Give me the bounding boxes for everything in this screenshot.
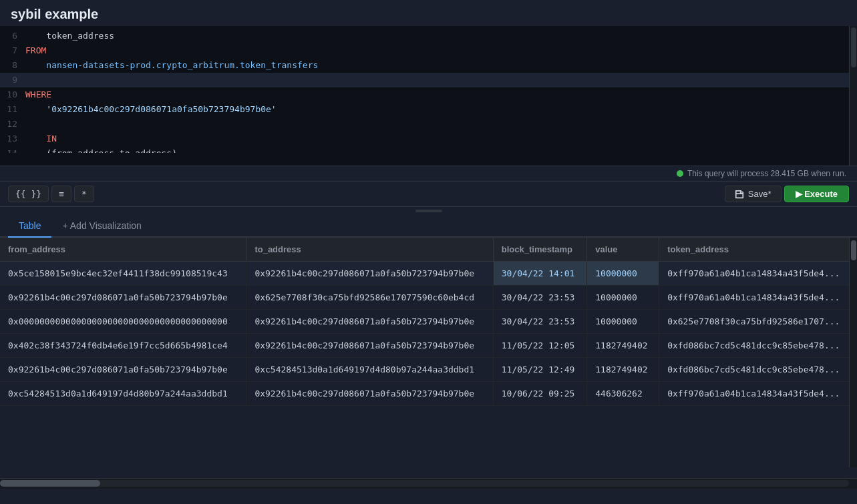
col-header-from_address: from_address (0, 238, 246, 262)
editor-scrollbar-thumb (851, 27, 856, 67)
table-row: 0x5ce158015e9bc4ec32ef4411f38dc99108519c… (0, 262, 857, 286)
cell-to_address: 0x625e7708f30ca75bfd92586e17077590c60eb4… (246, 286, 493, 310)
cell-to_address: 0x92261b4c00c297d086071a0fa50b723794b97b… (246, 334, 493, 358)
cell-block_timestamp: 30/04/22 23:53 (493, 310, 587, 334)
cell-value: 1182749402 (587, 358, 659, 382)
cell-value: 10000000 (587, 262, 659, 286)
col-header-token_address: token_address (659, 238, 857, 262)
execute-button[interactable]: ▶ Execute (784, 186, 849, 202)
header: sybil example (0, 0, 857, 26)
toolbar: {{ }} ≡ * Save* ▶ Execute (0, 182, 857, 207)
format-table-button[interactable]: ≡ (51, 186, 71, 202)
editor-scrollbar[interactable] (849, 26, 857, 166)
save-icon (735, 190, 744, 199)
code-line-6: 6 token_address (0, 29, 857, 43)
col-header-to_address: to_address (246, 238, 493, 262)
code-line-9: 9 (0, 73, 857, 87)
code-line-12: 12 (0, 117, 857, 132)
cell-value: 10000000 (587, 310, 659, 334)
bottom-scrollbar[interactable] (0, 478, 857, 489)
cell-token_address: 0xff970a61a04b1ca14834a43f5de4... (659, 286, 857, 310)
col-header-block_timestamp: block_timestamp (493, 238, 587, 262)
cell-token_address: 0xff970a61a04b1ca14834a43f5de4... (659, 262, 857, 286)
code-line-8: 8 nansen-datasets-prod.crypto_arbitrum.t… (0, 58, 857, 73)
tab-add-visualization[interactable]: + Add Visualization (51, 215, 152, 236)
code-line-11: 11 '0x92261b4c00c297d086071a0fa50b723794… (0, 102, 857, 117)
cell-token_address: 0xff970a61a04b1ca14834a43f5de4... (659, 382, 857, 406)
query-status-icon (677, 170, 683, 177)
cell-block_timestamp: 10/06/22 09:25 (493, 382, 587, 406)
drag-line (415, 210, 442, 212)
drag-handle[interactable] (0, 207, 857, 215)
cell-value: 446306262 (587, 382, 659, 406)
table-row: 0x402c38f343724f0db4e6e19f7cc5d665b4981c… (0, 334, 857, 358)
cell-from_address: 0x92261b4c00c297d086071a0fa50b723794b97b… (0, 358, 246, 382)
table-row: 0xc54284513d0a1d649197d4d80b97a244aa3ddb… (0, 382, 857, 406)
cell-from_address: 0x92261b4c00c297d086071a0fa50b723794b97b… (0, 286, 246, 310)
bottom-scroll-thumb (0, 480, 100, 487)
save-button-label: Save* (748, 189, 772, 199)
star-button[interactable]: * (74, 186, 94, 202)
results-table: from_address to_address block_timestamp … (0, 238, 857, 406)
cell-block_timestamp: 30/04/22 23:53 (493, 286, 587, 310)
table-header-row: from_address to_address block_timestamp … (0, 238, 857, 262)
add-viz-label: + Add Visualization (62, 220, 141, 231)
cell-to_address: 0xc54284513d0a1d649197d4d80b97a244aa3ddb… (246, 358, 493, 382)
table-container[interactable]: from_address to_address block_timestamp … (0, 238, 857, 478)
bottom-scroll-track (0, 480, 849, 487)
cell-block_timestamp: 30/04/22 14:01 (493, 262, 587, 286)
tab-table[interactable]: Table (8, 215, 51, 238)
code-line-13: 13 IN (0, 132, 857, 146)
table-row: 0x92261b4c00c297d086071a0fa50b723794b97b… (0, 358, 857, 382)
table-row: 0x92261b4c00c297d086071a0fa50b723794b97b… (0, 286, 857, 310)
cell-value: 1182749402 (587, 334, 659, 358)
format-json-button[interactable]: {{ }} (8, 186, 49, 202)
cell-to_address: 0x92261b4c00c297d086071a0fa50b723794b97b… (246, 262, 493, 286)
cell-token_address: 0xfd086bc7cd5c481dcc9c85ebe478... (659, 358, 857, 382)
cell-value: 10000000 (587, 286, 659, 310)
code-line-14: 14 (from_address,to_address) (0, 146, 857, 153)
cell-block_timestamp: 11/05/22 12:49 (493, 358, 587, 382)
cell-to_address: 0x92261b4c00c297d086071a0fa50b723794b97b… (246, 310, 493, 334)
col-header-value: value (587, 238, 659, 262)
cell-from_address: 0x5ce158015e9bc4ec32ef4411f38dc99108519c… (0, 262, 246, 286)
query-info-text: This query will process 28.415 GB when r… (687, 169, 846, 178)
cell-from_address: 0x402c38f343724f0db4e6e19f7cc5d665b4981c… (0, 334, 246, 358)
results-area: from_address to_address block_timestamp … (0, 238, 857, 478)
table-row: 0x00000000000000000000000000000000000000… (0, 310, 857, 334)
execute-button-label: ▶ Execute (796, 189, 838, 199)
cell-to_address: 0x92261b4c00c297d086071a0fa50b723794b97b… (246, 382, 493, 406)
query-info-bar: This query will process 28.415 GB when r… (0, 166, 857, 182)
code-line-10: 10 WHERE (0, 87, 857, 102)
cell-from_address: 0x00000000000000000000000000000000000000… (0, 310, 246, 334)
code-content: 6 token_address 7 FROM 8 nansen-datasets… (0, 26, 857, 153)
table-body: 0x5ce158015e9bc4ec32ef4411f38dc99108519c… (0, 262, 857, 406)
cell-from_address: 0xc54284513d0a1d649197d4d80b97a244aa3ddb… (0, 382, 246, 406)
table-scrollbar[interactable] (849, 238, 857, 467)
cell-block_timestamp: 11/05/22 12:05 (493, 334, 587, 358)
cell-token_address: 0xfd086bc7cd5c481dcc9c85ebe478... (659, 334, 857, 358)
page-title: sybil example (11, 7, 98, 21)
cell-token_address: 0x625e7708f30ca75bfd92586e1707... (659, 310, 857, 334)
code-line-7: 7 FROM (0, 43, 857, 58)
code-editor[interactable]: 6 token_address 7 FROM 8 nansen-datasets… (0, 26, 857, 166)
save-button[interactable]: Save* (725, 186, 782, 202)
table-scrollbar-thumb (851, 240, 856, 260)
tabs-bar: Table + Add Visualization (0, 215, 857, 238)
